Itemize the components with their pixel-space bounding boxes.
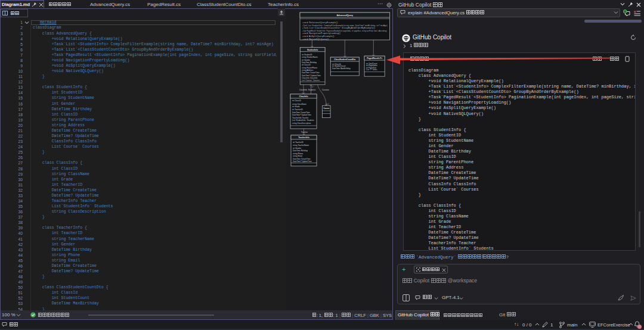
svg-text:DateTime Birthday: DateTime Birthday xyxy=(302,61,317,64)
svg-text:DateTime CreateTime: DateTime CreateTime xyxy=(292,111,310,114)
svg-text:string Email: string Email xyxy=(293,155,302,157)
svg-text:TeacherInfo: TeacherInfo xyxy=(298,136,309,139)
svg-text:string ClassDescription: string ClassDescription xyxy=(292,122,311,124)
svg-text:List~StudentInfo~ Students: List~StudentInfo~ Students xyxy=(292,119,314,122)
svg-text:Courses: Courses xyxy=(322,89,329,91)
svg-text:+Task List~StudentInfo~ Comple: +Task List~StudentInfo~ ComplexFilterExa… xyxy=(302,24,388,27)
svg-text:int TeacherID: int TeacherID xyxy=(293,141,304,144)
svg-text:DateTime? UpdateTime: DateTime? UpdateTime xyxy=(292,114,311,116)
svg-text:+void NavigationPropertyLoadin: +void NavigationPropertyLoading() xyxy=(302,32,340,35)
svg-text:1..*: 1..* xyxy=(312,86,314,88)
svg-text:string TeacherName: string TeacherName xyxy=(293,144,309,147)
svg-text:string StudentName: string StudentName xyxy=(302,56,318,58)
svg-text:0..1: 0..1 xyxy=(326,103,329,105)
svg-text:Course: Course xyxy=(323,107,330,110)
svg-text:DateTime CreateTime: DateTime CreateTime xyxy=(302,71,320,74)
svg-text:+Task PagedResult~StudentInfo~: +Task PagedResult~StudentInfo~ Paginatio… xyxy=(302,30,387,32)
svg-text:AdvancedQuery: AdvancedQuery xyxy=(337,14,354,17)
svg-text:+void AsSplitQueryExample(): +void AsSplitQueryExample() xyxy=(302,35,335,38)
svg-text:List~T~ Items: List~T~ Items xyxy=(366,69,377,71)
svg-text:List~Course~ Courses: List~Course~ Courses xyxy=(302,79,320,82)
svg-text:+void RelationalQueryExample(): +void RelationalQueryExample() xyxy=(302,21,338,24)
svg-text:string ClassName: string ClassName xyxy=(292,103,306,105)
svg-text:ClassInfo: ClassInfo xyxy=(299,89,308,91)
svg-text:DateTime MaxBirthday: DateTime MaxBirthday xyxy=(332,67,351,70)
svg-text:PagedResult<T>: PagedResult<T> xyxy=(367,57,382,60)
svg-text:int Grade: int Grade xyxy=(292,105,300,108)
svg-text:int TeacherID: int TeacherID xyxy=(292,108,303,111)
svg-text:DateTime? UpdateTime: DateTime? UpdateTime xyxy=(293,160,312,163)
svg-text:+void NativeSQLQuery(): +void NativeSQLQuery() xyxy=(302,38,329,41)
svg-text:Teacher: Teacher xyxy=(301,131,308,133)
svg-text:string ParentPhone: string ParentPhone xyxy=(302,67,317,69)
svg-text:ClassStudentCountDto: ClassStudentCountDto xyxy=(334,58,355,61)
svg-text:ClassInfo: ClassInfo xyxy=(299,95,308,98)
svg-text:StudentInfo: StudentInfo xyxy=(307,49,318,51)
svg-text:string Phone: string Phone xyxy=(293,152,303,155)
svg-text:+Task List~ClassStudentCountDt: +Task List~ClassStudentCountDto~ GroupBy… xyxy=(302,27,375,29)
svg-text:int ClassID: int ClassID xyxy=(292,99,301,102)
svg-text:Students: Students xyxy=(308,89,316,91)
